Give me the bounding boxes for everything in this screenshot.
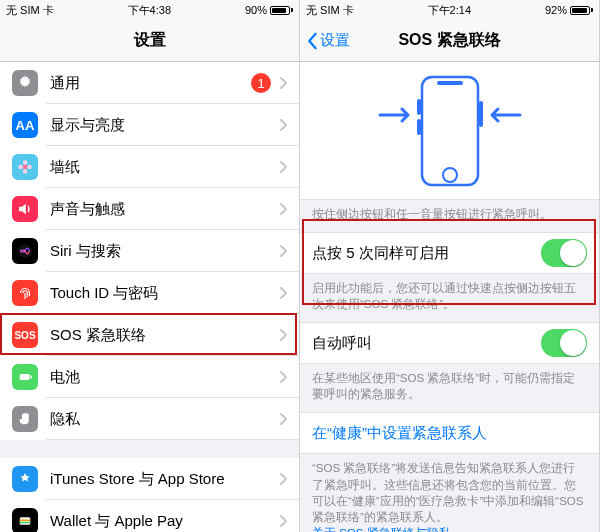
privacy-icon: [12, 406, 38, 432]
cell-label: 墙纸: [50, 158, 279, 177]
settings-list[interactable]: 通用1AA显示与亮度墙纸声音与触感Siri 与搜索Touch ID 与密码SOS…: [0, 62, 299, 532]
sos-illustration: [300, 62, 599, 200]
battery-icon: [12, 364, 38, 390]
chevron-right-icon: [279, 473, 287, 485]
battery-icon: [270, 6, 293, 15]
svg-point-4: [18, 165, 23, 170]
back-label: 设置: [320, 31, 350, 50]
chevron-right-icon: [279, 371, 287, 383]
badge: 1: [251, 73, 271, 93]
cell-label: Wallet 与 Apple Pay: [50, 512, 279, 531]
cell-siri[interactable]: Siri 与搜索: [0, 230, 299, 272]
display-icon: AA: [12, 112, 38, 138]
cell-sos[interactable]: SOSSOS 紧急联络: [0, 314, 299, 356]
cell-label: 显示与亮度: [50, 116, 279, 135]
svg-rect-22: [479, 101, 483, 127]
itunes-icon: [12, 466, 38, 492]
svg-rect-12: [20, 522, 31, 524]
sos-icon: SOS: [12, 322, 38, 348]
cell-label: SOS 紧急联络: [50, 326, 279, 345]
chevron-right-icon: [279, 515, 287, 527]
phone-buttons-illustration-icon: [360, 71, 540, 191]
link-label: 在“健康”中设置紧急联系人: [312, 424, 487, 443]
carrier-text: 无 SIM 卡: [6, 3, 54, 18]
cell-label: iTunes Store 与 App Store: [50, 470, 279, 489]
toggle-auto-call-row[interactable]: 自动呼叫: [300, 322, 599, 364]
touchid-icon: [12, 280, 38, 306]
general-icon: [12, 70, 38, 96]
toggle-five-press-desc: 启用此功能后，您还可以通过快速点按侧边按钮五次来使用“SOS 紧急联络”。: [300, 274, 599, 322]
wallet-icon: [12, 508, 38, 532]
status-time: 下午2:14: [428, 3, 471, 18]
chevron-left-icon: [306, 32, 318, 50]
wallpaper-icon: [12, 154, 38, 180]
cell-sound[interactable]: 声音与触感: [0, 188, 299, 230]
toggle-auto-call-desc: 在某些地区使用“SOS 紧急联络”时，可能仍需指定要呼叫的紧急服务。: [300, 364, 599, 412]
battery-percent: 92%: [545, 4, 567, 16]
chevron-right-icon: [279, 287, 287, 299]
svg-rect-21: [417, 119, 421, 135]
chevron-right-icon: [279, 77, 287, 89]
cell-battery[interactable]: 电池: [0, 356, 299, 398]
setup-health-contacts-link[interactable]: 在“健康”中设置紧急联系人: [300, 412, 599, 454]
about-sos-privacy-link[interactable]: 关于 SOS 紧急联络与隐私: [312, 527, 451, 532]
battery-icon: [570, 6, 593, 15]
page-title: SOS 紧急联络: [398, 30, 500, 51]
cell-label: Siri 与搜索: [50, 242, 279, 261]
chevron-right-icon: [279, 329, 287, 341]
svg-rect-20: [417, 99, 421, 115]
chevron-right-icon: [279, 245, 287, 257]
sound-icon: [12, 196, 38, 222]
toggle-five-press[interactable]: [541, 239, 587, 267]
svg-rect-19: [437, 81, 463, 85]
toggle-auto-call[interactable]: [541, 329, 587, 357]
cell-itunes[interactable]: iTunes Store 与 App Store: [0, 458, 299, 500]
chevron-right-icon: [279, 203, 287, 215]
chevron-right-icon: [279, 161, 287, 173]
cell-label: Touch ID 与密码: [50, 284, 279, 303]
toggle-label: 点按 5 次同样可启用: [312, 244, 541, 263]
cell-label: 隐私: [50, 410, 279, 429]
svg-point-5: [27, 165, 32, 170]
svg-rect-8: [30, 376, 32, 379]
page-title: 设置: [134, 30, 166, 51]
siri-icon: [12, 238, 38, 264]
health-desc: “SOS 紧急联络”将发送信息告知紧急联系人您进行了紧急呼叫。这些信息还将包含您…: [300, 454, 599, 532]
back-button[interactable]: 设置: [306, 31, 350, 50]
chevron-right-icon: [279, 413, 287, 425]
navbar: 设置: [0, 20, 299, 62]
chevron-right-icon: [279, 119, 287, 131]
status-bar: 无 SIM 卡 下午2:14 92%: [300, 0, 599, 20]
cell-label: 电池: [50, 368, 279, 387]
svg-point-2: [23, 160, 28, 165]
settings-screen: 无 SIM 卡 下午4:38 90% 设置 通用1AA显示与亮度墙纸声音与触感S…: [0, 0, 300, 532]
cell-wallpaper[interactable]: 墙纸: [0, 146, 299, 188]
sos-screen: 无 SIM 卡 下午2:14 92% 设置 SOS 紧急联络 按住侧边按钮和任一…: [300, 0, 600, 532]
navbar: 设置 SOS 紧急联络: [300, 20, 599, 62]
carrier-text: 无 SIM 卡: [306, 3, 354, 18]
toggle-five-press-row[interactable]: 点按 5 次同样可启用: [300, 232, 599, 274]
cell-label: 声音与触感: [50, 200, 279, 219]
svg-point-1: [23, 165, 28, 170]
cell-privacy[interactable]: 隐私: [0, 398, 299, 440]
hint-press-buttons: 按住侧边按钮和任一音量按钮进行紧急呼叫。: [300, 200, 599, 232]
battery-percent: 90%: [245, 4, 267, 16]
cell-label: 通用: [50, 74, 251, 93]
status-time: 下午4:38: [128, 3, 171, 18]
toggle-label: 自动呼叫: [312, 334, 541, 353]
status-bar: 无 SIM 卡 下午4:38 90%: [0, 0, 299, 20]
svg-point-18: [443, 168, 457, 182]
cell-display[interactable]: AA显示与亮度: [0, 104, 299, 146]
cell-wallet[interactable]: Wallet 与 Apple Pay: [0, 500, 299, 532]
svg-point-3: [23, 169, 28, 174]
svg-rect-11: [20, 520, 31, 522]
svg-rect-7: [20, 374, 30, 380]
cell-touchid[interactable]: Touch ID 与密码: [0, 272, 299, 314]
cell-general[interactable]: 通用1: [0, 62, 299, 104]
